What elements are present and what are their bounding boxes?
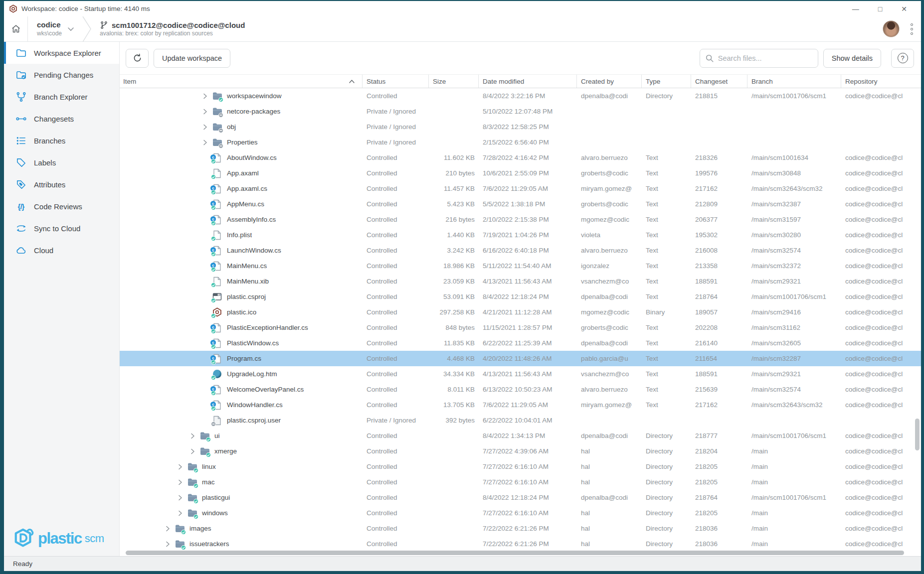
branch-cell: /main/scm32574 (747, 243, 841, 258)
expand-chevron-icon[interactable] (198, 124, 212, 131)
file-row[interactable]: MainMenu.xibControlled23.059 KB4/13/2021… (120, 274, 921, 289)
size-cell: 13.705 KB (429, 397, 479, 413)
file-row[interactable]: cWelcomeOverlayPanel.csControlled8.011 K… (120, 382, 921, 397)
sidebar-item-branches[interactable]: Branches (4, 130, 119, 151)
sidebar-item-attributes[interactable]: Attributes (4, 173, 119, 195)
vertical-scrollbar-thumb[interactable] (915, 419, 920, 450)
file-row[interactable]: cAssemblyInfo.csControlled216 bytes2/10/… (120, 212, 921, 227)
status-cell: Controlled (363, 505, 429, 521)
folder-row[interactable]: plasticguiControlled8/4/2022 12:18:24 PM… (120, 490, 921, 505)
sidebar-item-workspace-explorer[interactable]: Workspace Explorer (4, 42, 119, 64)
branch-cell: /main/scm1001634 (747, 150, 841, 165)
expand-chevron-icon[interactable] (161, 541, 175, 548)
expand-chevron-icon[interactable] (198, 108, 212, 115)
file-row[interactable]: App.axamlControlled210 bytes10/6/2021 2:… (120, 165, 921, 181)
date-modified-cell: 8/4/2022 12:18:24 PM (479, 289, 577, 304)
csproj-icon: c# (212, 291, 222, 302)
expand-chevron-icon[interactable] (198, 139, 212, 146)
file-row[interactable]: cPlasticWindow.csControlled11.835 KB6/22… (120, 335, 921, 351)
expand-chevron-icon[interactable] (174, 494, 187, 501)
folder-row[interactable]: macControlled7/27/2022 6:16:10 AMhalDire… (120, 474, 921, 490)
type-cell: Directory (642, 474, 691, 490)
created-by-cell: hal (577, 459, 642, 474)
minimize-button[interactable]: — (852, 5, 859, 12)
update-workspace-button[interactable]: Update workspace (154, 49, 230, 68)
horizontal-scrollbar-thumb[interactable] (126, 551, 904, 555)
sidebar-item-changesets[interactable]: Changesets (4, 108, 119, 130)
file-row[interactable]: cAppMenu.csControlled5.423 KB5/5/2022 1:… (120, 196, 921, 212)
expand-chevron-icon[interactable] (174, 479, 187, 486)
repository-cell: codice@codice@cl (841, 320, 921, 335)
created-by-cell: hal (577, 474, 642, 490)
column-header-changeset[interactable]: Changeset (691, 75, 747, 88)
file-row[interactable]: cAboutWindow.csControlled11.602 KB7/28/2… (120, 150, 921, 165)
sidebar-item-pending-changes[interactable]: Pending Changes (4, 64, 119, 86)
workspace-explorer-view: Update workspace Show details ? (120, 42, 921, 556)
search-input[interactable] (718, 54, 813, 62)
expand-chevron-icon[interactable] (174, 463, 187, 470)
column-header-repository[interactable]: Repository (841, 75, 921, 88)
column-header-date-modified[interactable]: Date modified (479, 75, 577, 88)
expand-chevron-icon[interactable] (198, 93, 212, 100)
column-header-type[interactable]: Type (642, 75, 691, 88)
changeset-cell: 216140 (691, 335, 747, 351)
file-row[interactable]: cProgram.csControlled4.468 KB4/20/2022 1… (120, 351, 921, 366)
folder-row[interactable]: imagesControlled7/22/2022 6:21:26 PMhalD… (120, 521, 921, 536)
changeset-cell (691, 135, 747, 150)
sidebar-item-sync-to-cloud[interactable]: Sync to Cloud (4, 217, 119, 239)
file-row[interactable]: Info.plistControlled1.440 KB7/19/2021 1:… (120, 227, 921, 243)
file-row[interactable]: cMainMenu.csControlled18.986 KB5/11/2022… (120, 258, 921, 274)
created-by-cell: igonzalez (577, 258, 642, 274)
size-cell (429, 88, 479, 104)
type-cell: Directory (642, 505, 691, 521)
item-name: mac (202, 478, 215, 486)
file-row[interactable]: cApp.axaml.csControlled11.457 KB7/6/2022… (120, 181, 921, 196)
user-avatar[interactable] (883, 20, 900, 37)
expand-chevron-icon[interactable] (186, 432, 199, 439)
refresh-button[interactable] (126, 49, 149, 68)
folder-row[interactable]: netcore-packagesPrivate / Ignored5/10/20… (120, 104, 921, 119)
column-header-size[interactable]: Size (429, 75, 479, 88)
folder-row[interactable]: windowsControlled7/27/2022 6:16:10 AMhal… (120, 505, 921, 521)
expand-chevron-icon[interactable] (186, 448, 199, 455)
folder-row[interactable]: workspacewindowControlled8/4/2022 3:22:1… (120, 88, 921, 104)
repository-cell (841, 135, 921, 150)
sidebar-item-code-reviews[interactable]: {/} Code Reviews (4, 195, 119, 217)
branch-cell: /main/scm29321 (747, 366, 841, 382)
status-cell: Controlled (363, 227, 429, 243)
file-row[interactable]: cPlasticExceptionHandler.csControlled848… (120, 320, 921, 335)
workspace-breadcrumb[interactable]: codice wks\code (28, 16, 82, 41)
show-details-button[interactable]: Show details (823, 49, 881, 68)
sidebar-item-cloud[interactable]: Cloud (4, 239, 119, 261)
column-header-branch[interactable]: Branch (747, 75, 841, 88)
file-row[interactable]: plastic.csproj.userPrivate / Ignored392 … (120, 413, 921, 428)
close-button[interactable]: ✕ (901, 5, 907, 12)
file-row[interactable]: cWindowHandler.csControlled13.705 KB7/6/… (120, 397, 921, 413)
sidebar-item-labels[interactable]: Labels (4, 151, 119, 173)
expand-chevron-icon[interactable] (161, 525, 175, 532)
expand-chevron-icon[interactable] (174, 510, 187, 517)
chevron-down-icon[interactable] (67, 25, 75, 33)
folder-row[interactable]: PropertiesPrivate / Ignored2/15/2022 6:5… (120, 135, 921, 150)
folder-row[interactable]: linuxControlled7/27/2022 6:16:10 AMhalDi… (120, 459, 921, 474)
current-branch[interactable]: scm1001712@codice@codice@cloud avalonia:… (93, 16, 245, 41)
file-row[interactable]: plastic.icoControlled297.258 KB4/21/2021… (120, 304, 921, 320)
file-row[interactable]: c#plastic.csprojControlled53.091 KB8/4/2… (120, 289, 921, 304)
folder-row[interactable]: xmergeControlled7/27/2022 4:39:06 AMhalD… (120, 443, 921, 459)
column-header-item[interactable]: Item (120, 75, 363, 88)
file-row[interactable]: UpgradeLog.htmControlled34.334 KB4/13/20… (120, 366, 921, 382)
folder-row[interactable]: objPrivate / Ignored8/3/2022 12:58:25 PM (120, 119, 921, 135)
column-header-status[interactable]: Status (363, 75, 429, 88)
kebab-menu-icon[interactable] (911, 23, 913, 35)
sidebar-item-branch-explorer[interactable]: Branch Explorer (4, 86, 119, 108)
help-button[interactable]: ? (891, 49, 914, 68)
home-button[interactable] (4, 16, 28, 41)
folder-row[interactable]: uiControlled8/4/2022 1:34:13 PMdpenalba@… (120, 428, 921, 443)
size-cell: 8.011 KB (429, 382, 479, 397)
maximize-button[interactable]: □ (878, 5, 882, 12)
column-header-created-by[interactable]: Created by (577, 75, 642, 88)
changeset-cell: 189057 (691, 304, 747, 320)
size-cell (429, 104, 479, 119)
changeset-cell: 218205 (691, 459, 747, 474)
file-row[interactable]: cLaunchWindow.csControlled3.242 KB6/16/2… (120, 243, 921, 258)
